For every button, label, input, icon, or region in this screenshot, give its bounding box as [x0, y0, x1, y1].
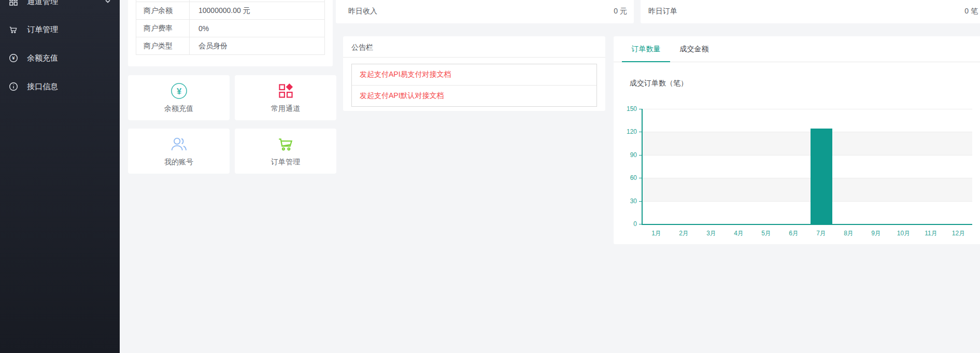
merchant-type-label: 商户类型 [136, 37, 190, 55]
gridline [643, 201, 972, 202]
x-axis-label: 6月 [789, 229, 799, 238]
sidebar-item-label: 通道管理 [27, 0, 104, 7]
x-axis-label: 8月 [844, 229, 854, 238]
y-axis-label: 60 [630, 174, 637, 181]
channel-grid-icon [278, 82, 294, 100]
merchant-rate-value: 0% [190, 20, 325, 37]
account-users-icon [169, 136, 189, 153]
sidebar-item-label: 余额充值 [27, 53, 111, 63]
merchant-info-panel: 商户余额 10000000.00 元 商户费率 0% 商户类型 会员身份 [128, 0, 333, 66]
grid-split-area [643, 201, 972, 224]
yuan-circle-icon: ¥ [8, 53, 18, 63]
merchant-type-value: 会员身份 [190, 37, 325, 55]
y-axis-label: 120 [627, 128, 637, 135]
stat-card-yesterday-orders: 昨日订单 0 笔 [641, 0, 980, 23]
notice-link-list: 发起支付API易支付对接文档 发起支付API默认对接文档 [351, 64, 597, 107]
x-axis-label: 3月 [706, 229, 716, 238]
y-axis-tick [639, 109, 642, 109]
orders-chart-panel: 订单数量 成交金额 成交订单数（笔） 03060901201501月2月3月4月… [614, 36, 980, 244]
grid-icon [8, 0, 18, 7]
notice-link-default-doc[interactable]: 发起支付API默认对接文档 [352, 85, 596, 106]
chevron-down-icon [104, 0, 111, 5]
quick-card-orders[interactable]: 订单管理 [235, 129, 336, 174]
quick-card-label: 常用通道 [271, 104, 300, 114]
merchant-rate-label: 商户费率 [136, 20, 190, 37]
x-axis-label: 9月 [871, 229, 881, 238]
table-row: 商户费率 0% [136, 20, 325, 37]
quick-card-label: 我的账号 [164, 158, 193, 167]
x-axis-label: 2月 [679, 229, 689, 238]
x-axis-label: 12月 [952, 229, 965, 238]
svg-text:¥: ¥ [12, 55, 15, 61]
x-axis-label: 10月 [897, 229, 910, 238]
x-axis-label: 4月 [734, 229, 744, 238]
y-axis-label: 30 [630, 197, 637, 205]
x-axis-label: 7月 [816, 229, 826, 238]
gridline [643, 109, 972, 109]
notice-board-title: 公告栏 [343, 36, 605, 58]
sidebar-item-orders[interactable]: 订单管理 [0, 16, 120, 44]
y-axis-label: 90 [630, 151, 637, 159]
grid-split-area [643, 109, 972, 132]
gridline [643, 178, 972, 178]
chart-title: 成交订单数（笔） [630, 79, 688, 88]
quick-card-account[interactable]: 我的账号 [128, 129, 230, 174]
x-axis-label: 5月 [761, 229, 771, 238]
sidebar-item-api-info[interactable]: 接口信息 [0, 73, 120, 101]
chart-tabs: 订单数量 成交金额 [614, 36, 980, 62]
y-axis-label: 0 [633, 220, 637, 228]
svg-text:¥: ¥ [176, 86, 181, 95]
chart-bar [811, 129, 832, 224]
y-axis-tick [639, 178, 642, 178]
stat-label: 昨日订单 [648, 7, 677, 16]
chart-plot: 03060901201501月2月3月4月5月6月7月8月9月10月11月12月 [642, 109, 972, 225]
notice-link-label[interactable]: 发起支付API默认对接文档 [360, 91, 444, 101]
grid-split-area [643, 178, 972, 201]
sidebar-item-recharge[interactable]: ¥ 余额充值 [0, 44, 120, 72]
y-axis-tick [639, 201, 642, 202]
table-row: 商户类型 会员身份 [136, 37, 325, 55]
y-axis-label: 150 [627, 105, 637, 112]
tab-order-count[interactable]: 订单数量 [622, 36, 670, 62]
tab-deal-amount[interactable]: 成交金额 [670, 36, 718, 62]
notice-link-epay-doc[interactable]: 发起支付API易支付对接文档 [352, 64, 596, 85]
notice-board-panel: 公告栏 发起支付API易支付对接文档 发起支付API默认对接文档 [343, 36, 605, 111]
merchant-dashboard-page: { "page": {"bg": "#f4f5f7", "sidebar_bg"… [0, 0, 980, 353]
y-axis-tick [639, 155, 642, 156]
quick-card-label: 余额充值 [164, 104, 193, 114]
gridline [643, 132, 972, 132]
notice-link-label[interactable]: 发起支付API易支付对接文档 [360, 70, 451, 79]
cart-icon [8, 25, 18, 35]
grid-split-area [643, 155, 972, 178]
info-circle-icon [8, 82, 18, 92]
table-row: 商户余额 10000000.00 元 [136, 2, 325, 20]
sidebar: 通道管理 订单管理 ¥ 余额充值 [0, 0, 120, 353]
yuan-circle-icon: ¥ [171, 82, 188, 100]
quick-card-recharge[interactable]: ¥ 余额充值 [128, 75, 230, 120]
cart-icon [276, 136, 295, 153]
sidebar-item-label: 接口信息 [27, 82, 111, 92]
merchant-info-table: 商户余额 10000000.00 元 商户费率 0% 商户类型 会员身份 [136, 0, 325, 55]
x-axis-label: 11月 [925, 229, 937, 238]
y-axis-tick [639, 224, 642, 224]
stat-card-yesterday-income: 昨日收入 0 元 [336, 0, 634, 23]
sidebar-item-label: 订单管理 [27, 25, 111, 35]
gridline [643, 155, 972, 156]
sidebar-item-channels[interactable]: 通道管理 [0, 0, 120, 16]
quick-card-channels[interactable]: 常用通道 [235, 75, 336, 120]
stat-value: 0 笔 [964, 7, 978, 16]
merchant-balance-label: 商户余额 [136, 2, 190, 20]
x-axis-label: 1月 [651, 229, 661, 238]
y-axis-tick [639, 132, 642, 132]
quick-card-label: 订单管理 [271, 158, 300, 167]
merchant-balance-value: 10000000.00 元 [190, 2, 325, 20]
grid-split-area [643, 132, 972, 154]
stat-value: 0 元 [614, 7, 627, 16]
stat-label: 昨日收入 [348, 7, 377, 16]
